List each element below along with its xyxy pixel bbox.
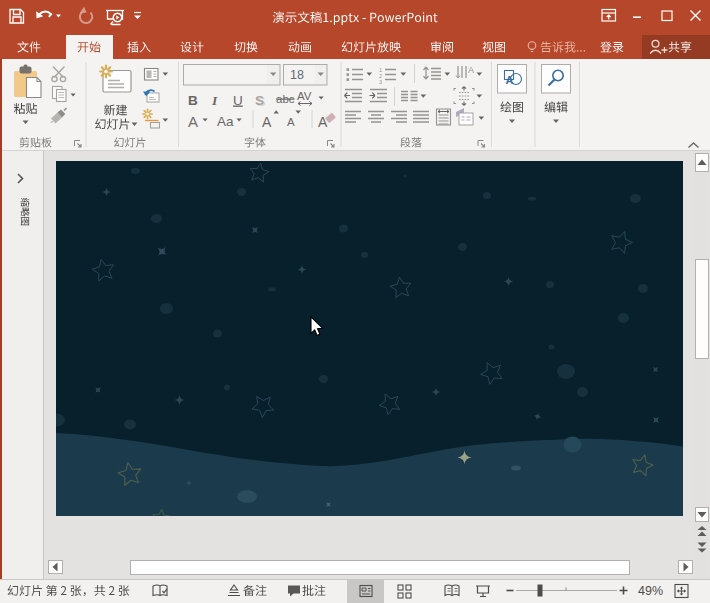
svg-text:A: A	[468, 65, 474, 75]
svg-text:A: A	[262, 114, 272, 130]
svg-text:A: A	[287, 116, 295, 128]
svg-text:U: U	[233, 93, 243, 108]
svg-text:Aa: Aa	[217, 114, 234, 129]
svg-text:abc: abc	[276, 93, 295, 105]
svg-text:I: I	[211, 93, 218, 108]
svg-text:B: B	[188, 93, 198, 108]
svg-text:A: A	[318, 114, 328, 130]
svg-text:A: A	[188, 113, 198, 130]
svg-text:49%: 49%	[638, 584, 663, 598]
svg-text:AV: AV	[297, 90, 312, 102]
svg-text:S: S	[255, 93, 264, 108]
svg-text:18: 18	[290, 68, 304, 82]
svg-text:A: A	[506, 74, 514, 86]
svg-text:3: 3	[379, 79, 382, 85]
